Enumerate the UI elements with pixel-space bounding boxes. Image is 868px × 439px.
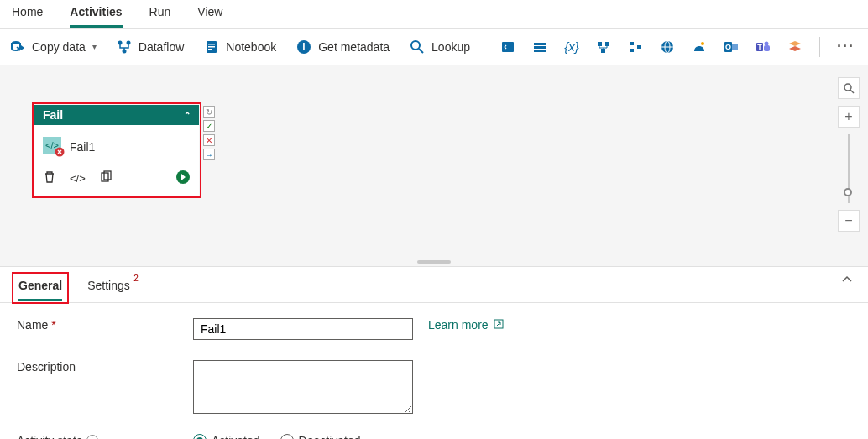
general-tab-highlight: General [12, 272, 69, 304]
row-name: Name * Learn more [17, 318, 851, 340]
activity-state-label-text: Activity state [17, 434, 83, 439]
kql-icon[interactable] [628, 39, 643, 55]
copy-data-icon [10, 39, 25, 55]
property-body: Name * Learn more Description Activity s… [0, 303, 868, 439]
node-header[interactable]: Fail ⌃ [34, 105, 199, 125]
dataflow-icon [117, 39, 132, 55]
fail-activity-icon: </> [43, 137, 61, 156]
svg-rect-5 [208, 44, 215, 45]
script-icon[interactable] [500, 39, 515, 55]
outlook-icon[interactable]: O [724, 39, 739, 55]
zoom-in-button[interactable]: + [838, 106, 860, 128]
svg-rect-16 [598, 42, 602, 46]
description-input[interactable] [193, 360, 413, 414]
svg-line-11 [419, 49, 423, 53]
svg-rect-21 [637, 45, 641, 49]
activity-state-radios: Activated Deactivated [193, 434, 361, 439]
variable-icon[interactable]: {x} [564, 39, 579, 55]
svg-point-3 [122, 49, 126, 53]
svg-rect-7 [208, 49, 212, 50]
panel-resize-handle[interactable] [417, 260, 451, 264]
info-icon: i [296, 39, 311, 55]
notebook-label: Notebook [226, 40, 276, 54]
svg-rect-28 [732, 44, 738, 50]
collapse-panel-icon[interactable] [841, 274, 853, 288]
svg-text:T: T [757, 43, 762, 51]
svg-point-1 [118, 40, 122, 44]
webhook-icon[interactable] [692, 39, 707, 55]
svg-rect-13 [534, 43, 546, 45]
zoom-slider-handle[interactable] [844, 188, 852, 196]
search-icon [410, 39, 425, 55]
selected-node-highlight: Fail ⌃ </> Fail1 </> ↻ [32, 102, 201, 198]
toolbar: Copy data ▾ Dataflow Notebook i Get meta… [0, 29, 868, 65]
tab-general[interactable]: General [18, 275, 62, 301]
code-icon[interactable]: </> [70, 172, 86, 185]
settings-error-count: 2 [133, 274, 139, 283]
zoom-out-button[interactable]: − [838, 210, 860, 232]
notebook-button[interactable]: Notebook [204, 39, 276, 55]
tab-home[interactable]: Home [12, 5, 43, 28]
name-input[interactable] [193, 318, 413, 340]
divider [819, 37, 820, 57]
top-tabs: Home Activities Run View [0, 0, 868, 29]
chevron-up-icon[interactable]: ⌃ [184, 111, 191, 120]
copy-data-button[interactable]: Copy data ▾ [10, 39, 97, 55]
notebook-icon [204, 39, 219, 55]
node-header-label: Fail [43, 108, 63, 122]
property-tabs: General Settings 2 [0, 267, 868, 303]
connector-loop-icon[interactable]: ↻ [203, 106, 215, 118]
lookup-label: Lookup [431, 40, 470, 54]
radio-activated-circle [193, 434, 207, 439]
node-name: Fail1 [70, 140, 95, 154]
svg-rect-6 [208, 46, 215, 48]
tab-settings-label: Settings [87, 279, 130, 292]
radio-activated[interactable]: Activated [193, 434, 260, 439]
canvas[interactable]: Fail ⌃ </> Fail1 </> ↻ [0, 65, 868, 267]
svg-rect-15 [534, 50, 546, 52]
tab-run[interactable]: Run [149, 5, 171, 28]
name-label-text: Name [17, 318, 48, 332]
dataflow-button[interactable]: Dataflow [117, 39, 184, 55]
error-badge-icon [55, 146, 65, 159]
tab-activities[interactable]: Activities [70, 5, 122, 28]
zoom-slider-track[interactable] [848, 134, 850, 203]
radio-deactivated-circle [280, 434, 294, 439]
connector-skip-icon[interactable]: → [203, 149, 215, 160]
canvas-search-icon[interactable] [838, 77, 860, 99]
lookup-button[interactable]: Lookup [410, 39, 470, 55]
external-link-icon [494, 318, 504, 332]
connector-fail-icon[interactable]: ✕ [203, 134, 215, 146]
svg-rect-20 [630, 49, 634, 52]
info-icon[interactable]: i [86, 435, 98, 439]
teams-icon[interactable]: T [756, 39, 771, 55]
sproc-icon[interactable] [532, 39, 547, 55]
row-description: Description [17, 360, 851, 414]
run-node-icon[interactable] [175, 170, 191, 187]
svg-rect-14 [534, 46, 546, 49]
svg-text:O: O [725, 43, 731, 51]
svg-rect-19 [630, 42, 634, 45]
connector-success-icon[interactable]: ✓ [203, 120, 215, 132]
name-label: Name * [17, 318, 185, 332]
learn-more-link[interactable]: Learn more [428, 318, 504, 332]
get-metadata-button[interactable]: i Get metadata [296, 39, 390, 55]
radio-deactivated[interactable]: Deactivated [280, 434, 361, 439]
delete-icon[interactable] [43, 170, 56, 186]
get-metadata-label: Get metadata [318, 40, 390, 54]
description-label: Description [17, 360, 185, 374]
row-activity-state: Activity state i Activated Deactivated [17, 434, 851, 439]
more-button[interactable]: ··· [837, 38, 855, 55]
semantic-model-icon[interactable] [787, 39, 803, 55]
activity-state-label: Activity state i [17, 434, 185, 439]
tab-view[interactable]: View [197, 5, 222, 28]
tab-settings[interactable]: Settings 2 [87, 275, 130, 299]
radio-deactivated-label: Deactivated [299, 434, 361, 439]
web-icon[interactable] [660, 39, 675, 55]
fail-activity-node[interactable]: Fail ⌃ </> Fail1 </> [34, 105, 199, 196]
svg-text:i: i [303, 41, 306, 53]
node-connectors: ↻ ✓ ✕ → [203, 106, 215, 160]
copy-icon[interactable] [99, 170, 112, 186]
pipeline-icon[interactable] [596, 39, 611, 55]
svg-point-10 [411, 41, 420, 50]
